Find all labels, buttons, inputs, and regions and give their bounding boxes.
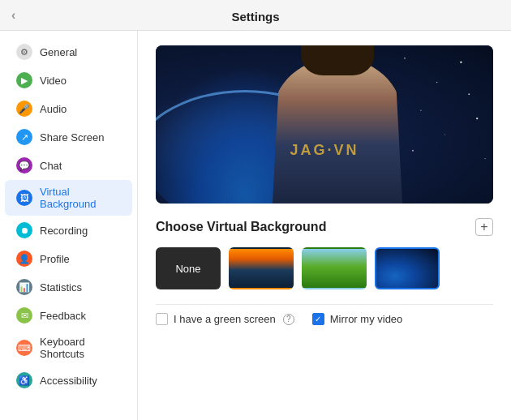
sidebar: ⚙General▶Video🎤Audio↗Share Screen💬Chat🖼V… [0,31,138,420]
sidebar-label-virtual-background: Virtual Background [40,186,121,210]
bg-option-grass[interactable] [302,247,367,289]
content-area: JAG·VN Choose Virtual Background + None … [138,31,511,420]
background-options: None [156,247,493,289]
chat-icon: 💬 [16,157,32,174]
svg-point-2 [468,93,470,95]
svg-point-5 [476,118,478,119]
mirror-video-box[interactable] [312,313,324,325]
recording-icon: ⏺ [16,222,32,238]
green-screen-help-icon[interactable]: ? [283,314,294,325]
sidebar-item-chat[interactable]: 💬Chat [5,152,132,179]
feedback-icon: ✉ [16,307,32,324]
svg-point-8 [412,150,414,152]
svg-point-9 [484,158,485,159]
section-title: Choose Virtual Background [156,220,326,234]
main-layout: ⚙General▶Video🎤Audio↗Share Screen💬Chat🖼V… [0,31,511,420]
green-screen-checkbox[interactable]: I have a green screen ? [156,313,294,325]
video-preview: JAG·VN [156,45,493,204]
sidebar-label-general: General [40,46,77,58]
sidebar-label-statistics: Statistics [40,281,82,294]
sidebar-item-feedback[interactable]: ✉Feedback [5,302,132,329]
close-icon[interactable]: ‹ [11,8,15,23]
sidebar-item-share-screen[interactable]: ↗Share Screen [5,123,132,151]
statistics-icon: 📊 [16,279,32,295]
sidebar-label-keyboard-shortcuts: Keyboard Shortcuts [40,336,121,360]
green-screen-box[interactable] [156,313,168,325]
svg-point-3 [404,58,406,59]
sidebar-item-accessibility[interactable]: ♿Accessibility [5,366,132,394]
sidebar-item-recording[interactable]: ⏺Recording [5,216,132,244]
sidebar-label-feedback: Feedback [40,310,86,322]
sidebar-item-profile[interactable]: 👤Profile [5,245,132,272]
mirror-video-label: Mirror my video [330,313,403,325]
settings-title: Settings [231,10,279,24]
sidebar-item-audio[interactable]: 🎤Audio [5,95,132,122]
svg-point-0 [460,62,462,63]
bg-option-bridge[interactable] [229,247,294,289]
sidebar-label-share-screen: Share Screen [40,131,105,144]
video-icon: ▶ [16,72,32,88]
checkboxes: I have a green screen ? Mirror my video [156,304,493,325]
general-icon: ⚙ [16,44,32,60]
accessibility-icon: ♿ [16,372,32,388]
svg-point-4 [420,109,421,110]
keyboard-shortcuts-icon: ⌨ [16,340,32,356]
sidebar-item-keyboard-shortcuts[interactable]: ⌨Keyboard Shortcuts [5,330,132,366]
sidebar-label-video: Video [40,75,67,87]
audio-icon: 🎤 [16,101,32,117]
title-bar: ‹ Settings [0,0,511,31]
svg-point-7 [444,134,445,135]
person-hair [301,45,374,75]
share-screen-icon: ↗ [16,129,32,145]
mirror-video-checkbox[interactable]: Mirror my video [312,313,403,325]
watermark: JAG·VN [290,142,359,159]
sidebar-label-accessibility: Accessibility [40,375,97,387]
sidebar-item-video[interactable]: ▶Video [5,66,132,94]
bg-option-space[interactable] [375,247,440,289]
green-screen-label: I have a green screen [174,313,276,325]
add-background-button[interactable]: + [475,218,493,236]
sidebar-item-virtual-background[interactable]: 🖼Virtual Background [5,180,132,216]
profile-icon: 👤 [16,251,32,267]
sidebar-item-general[interactable]: ⚙General [5,38,132,66]
bg-option-none[interactable]: None [156,247,221,289]
sidebar-label-chat: Chat [40,160,62,172]
sidebar-label-audio: Audio [40,103,67,115]
virtual-background-icon: 🖼 [16,190,32,206]
svg-point-1 [436,82,438,84]
sidebar-label-profile: Profile [40,253,70,265]
sidebar-item-statistics[interactable]: 📊Statistics [5,273,132,301]
person-silhouette [273,58,402,204]
sidebar-label-recording: Recording [40,225,88,237]
section-header: Choose Virtual Background + [156,218,493,236]
